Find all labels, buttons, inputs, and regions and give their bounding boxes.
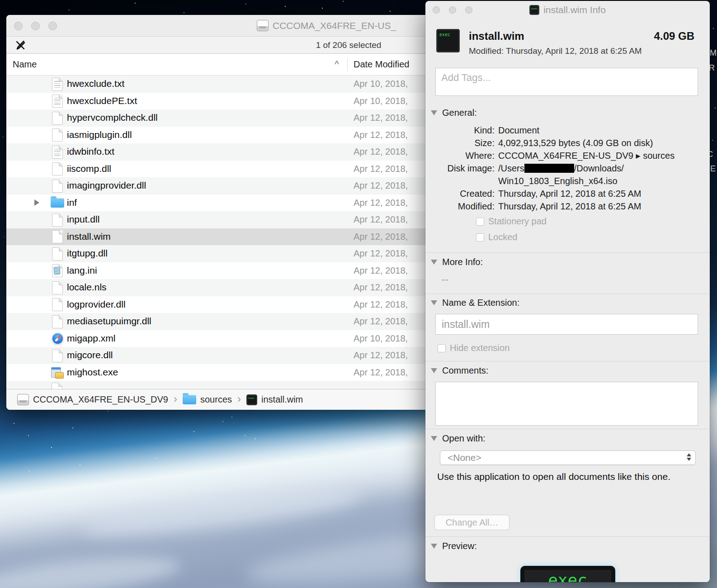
finder-titlebar[interactable]: CCCOMA_X64FRE_EN-US_ xyxy=(6,15,432,37)
disclosure-triangle-icon[interactable] xyxy=(431,300,437,305)
column-headers: Name ^ Date Modified xyxy=(6,54,432,76)
file-row[interactable]: hwexclude.txt Apr 10, 2018, xyxy=(6,76,432,93)
section-divider xyxy=(425,429,710,429)
file-name: inf xyxy=(67,197,77,208)
section-preview[interactable]: Preview: xyxy=(431,541,477,551)
doc-icon xyxy=(52,162,63,175)
file-date: Apr 10, 2018, xyxy=(354,96,408,106)
file-name: locale.nls xyxy=(67,282,107,293)
exec-file-icon: exec xyxy=(529,5,539,15)
file-row[interactable]: logprovider.dll Apr 12, 2018, xyxy=(6,296,432,313)
file-row[interactable]: hypervcomplcheck.dll Apr 12, 2018, xyxy=(6,109,432,127)
section-open-with[interactable]: Open with: xyxy=(431,433,486,444)
file-row[interactable]: migcore.dll Apr 12, 2018, xyxy=(6,347,432,364)
file-row[interactable]: iasmigplugin.dll Apr 12, 2018, xyxy=(6,127,432,144)
file-row[interactable]: hwexcludePE.txt Apr 10, 2018, xyxy=(6,93,432,110)
file-row[interactable]: input.dll Apr 12, 2018, xyxy=(6,211,432,228)
path-item[interactable]: CCCOMA_X64FRE_EN-US_DV9 xyxy=(17,394,168,405)
file-date: Apr 12, 2018, xyxy=(354,248,408,259)
comments-input[interactable] xyxy=(435,382,698,426)
zoom-button[interactable] xyxy=(48,22,57,30)
file-date: Apr 12, 2018, xyxy=(354,350,408,360)
disclosure-triangle-icon[interactable] xyxy=(431,260,437,265)
cloud-streak xyxy=(0,550,182,588)
modified-label: Modified: xyxy=(425,200,495,213)
file-row[interactable]: idwbinfo.txt Apr 12, 2018, xyxy=(6,143,432,161)
edit-disabled-icon[interactable] xyxy=(14,39,26,53)
file-date: Apr 12, 2018, xyxy=(354,316,408,327)
txt-icon xyxy=(52,95,63,108)
open-with-description: Use this application to open all documen… xyxy=(437,470,677,483)
doc-icon xyxy=(52,180,63,193)
file-row[interactable]: inf Apr 12, 2018, xyxy=(6,194,432,212)
file-row[interactable]: mighost.exe Apr 12, 2018, xyxy=(6,364,432,381)
file-name: mediasetupuimgr.dll xyxy=(67,316,151,327)
file-row[interactable]: mediasetupuimgr.dll Apr 12, 2018, xyxy=(6,313,432,330)
close-button[interactable] xyxy=(14,22,23,30)
window-title: CCCOMA_X64FRE_EN-US_ xyxy=(257,20,396,31)
section-comments[interactable]: Comments: xyxy=(431,365,488,376)
path-separator-icon: › xyxy=(174,393,177,405)
file-date: Apr 12, 2018, xyxy=(354,266,408,276)
txt-icon xyxy=(52,146,63,159)
more-info-value: -- xyxy=(442,275,448,285)
section-name-extension[interactable]: Name & Extension: xyxy=(431,298,519,308)
stationery-pad-checkbox[interactable] xyxy=(476,218,484,226)
section-divider xyxy=(425,294,710,294)
column-divider[interactable] xyxy=(347,58,348,71)
file-row[interactable]: imagingprovider.dll Apr 12, 2018, xyxy=(6,177,432,194)
file-name: lang.ini xyxy=(67,265,97,276)
disk-icon xyxy=(17,394,29,405)
file-date: Apr 12, 2018, xyxy=(354,147,408,157)
info-titlebar[interactable]: exec install.wim Info xyxy=(425,1,710,19)
locked-checkbox[interactable] xyxy=(476,233,484,242)
file-date: Apr 12, 2018, xyxy=(354,214,408,225)
folder-icon xyxy=(51,198,64,208)
change-all-button[interactable]: Change All… xyxy=(434,515,509,530)
hide-extension-row: Hide extension xyxy=(438,343,509,353)
disclosure-triangle-icon[interactable] xyxy=(431,110,437,115)
disclosure-triangle-icon[interactable] xyxy=(431,368,437,373)
hide-extension-checkbox[interactable] xyxy=(438,344,446,352)
section-general[interactable]: General: xyxy=(431,108,477,118)
file-row[interactable]: itgtupg.dll Apr 12, 2018, xyxy=(6,245,432,262)
path-item[interactable]: sources xyxy=(183,394,232,405)
file-row[interactable]: migapp.xml Apr 10, 2018, xyxy=(6,330,432,347)
file-date: Apr 12, 2018, xyxy=(354,130,408,140)
wallpaper-stars xyxy=(0,0,1,1)
where-label: Where: xyxy=(425,149,495,162)
file-name: install.wim xyxy=(67,231,111,242)
preview-thumbnail: exec xyxy=(520,566,615,582)
tags-input[interactable] xyxy=(435,68,698,96)
disclosure-triangle-icon[interactable] xyxy=(34,199,39,206)
redacted-username xyxy=(524,164,574,173)
column-header-date[interactable]: Date Modified xyxy=(354,59,409,70)
stationery-pad-row: Stationery pad xyxy=(476,216,547,227)
disclosure-triangle-icon[interactable] xyxy=(431,436,437,441)
file-date: Apr 12, 2018, xyxy=(354,113,408,123)
doc-icon xyxy=(52,230,63,243)
column-header-name[interactable]: Name xyxy=(13,59,37,70)
file-row[interactable]: install.wim Apr 12, 2018, xyxy=(6,228,432,246)
exec-file-icon: exec xyxy=(436,29,460,52)
where-value: CCCOMA_X64FRE_EN-US_DV9 ▸ sources xyxy=(498,149,697,162)
file-name: hwexclude.txt xyxy=(67,78,124,89)
locked-row: Locked xyxy=(476,232,518,242)
info-window-title: exec install.wim Info xyxy=(425,1,710,19)
filename-input[interactable] xyxy=(435,314,698,335)
finder-window: CCCOMA_X64FRE_EN-US_ 1 of 206 selected N… xyxy=(6,15,432,410)
file-row[interactable]: iiscomp.dll Apr 12, 2018, xyxy=(6,161,432,178)
file-name: iiscomp.dll xyxy=(67,163,111,174)
section-more-info[interactable]: More Info: xyxy=(431,257,483,267)
disk-image-filename: Win10_1803_English_x64.iso xyxy=(498,175,697,187)
minimize-button[interactable] xyxy=(31,22,40,30)
file-row[interactable]: locale.nls Apr 12, 2018, xyxy=(6,279,432,296)
sort-ascending-icon[interactable]: ^ xyxy=(335,59,339,68)
disclosure-triangle-icon[interactable] xyxy=(431,544,437,549)
file-name: iasmigplugin.dll xyxy=(67,129,132,140)
created-value: Thursday, April 12, 2018 at 6:25 AM xyxy=(498,187,697,200)
file-row[interactable]: lang.ini Apr 12, 2018, xyxy=(6,262,432,280)
path-item[interactable]: execinstall.wim xyxy=(246,394,303,405)
general-details: Kind: Document Size: 4,092,913,529 bytes… xyxy=(425,124,697,213)
open-with-dropdown[interactable]: <None> xyxy=(440,450,696,465)
